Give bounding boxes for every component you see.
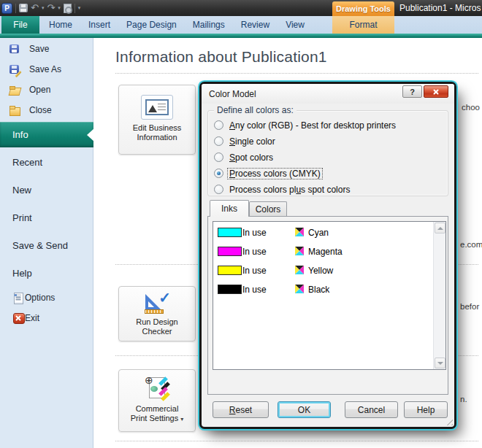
sidebar-item-close[interactable]: Close bbox=[0, 103, 93, 117]
ink-name: Cyan bbox=[308, 228, 329, 238]
ink-row-yellow[interactable]: In useYellow bbox=[213, 266, 432, 276]
groupbox-label: Define all colors as: bbox=[214, 105, 297, 115]
dialog-tab-colors[interactable]: Colors bbox=[249, 201, 287, 216]
tab-file[interactable]: File bbox=[1, 16, 39, 34]
process-color-icon bbox=[295, 285, 304, 293]
tab-view[interactable]: View bbox=[278, 16, 313, 34]
ink-status: In use bbox=[242, 247, 267, 257]
sidebar-item-new[interactable]: New bbox=[0, 182, 93, 197]
radio-label: Single color bbox=[228, 136, 277, 147]
sidebar-item-print[interactable]: Print bbox=[0, 210, 93, 225]
sidebar-item-label: Save & Send bbox=[12, 240, 68, 251]
radio-button-icon bbox=[214, 136, 223, 146]
business-card-icon bbox=[141, 95, 173, 120]
ink-name: Magenta bbox=[308, 247, 343, 257]
clipped-text-fragment: befor bbox=[460, 302, 479, 311]
sidebar-item-save-send[interactable]: Save & Send bbox=[0, 238, 93, 252]
sidebar-item-label: New bbox=[12, 185, 31, 196]
process-color-icon bbox=[295, 228, 304, 236]
tab-insert[interactable]: Insert bbox=[80, 16, 118, 34]
sidebar-item-options[interactable]: Options bbox=[0, 290, 93, 305]
ribbon-tab-row: File HomeInsertPage DesignMailingsReview… bbox=[0, 16, 482, 34]
redo-icon[interactable]: ↷ bbox=[47, 2, 55, 14]
inks-listbox[interactable]: In useCyanIn useMagentaIn useYellowIn us… bbox=[213, 221, 446, 370]
ink-swatch bbox=[218, 228, 242, 237]
define-colors-groupbox: Define all colors as: Any color (RGB) - … bbox=[207, 110, 448, 196]
x-icon bbox=[13, 312, 23, 323]
ink-swatch bbox=[218, 285, 242, 294]
tile-label: Run Design Checker bbox=[136, 317, 177, 341]
listbox-scrollbar bbox=[433, 222, 445, 369]
ink-row-magenta[interactable]: In useMagenta bbox=[213, 247, 432, 257]
radio-process-colors-cmyk[interactable]: Process colors (CMYK) bbox=[214, 169, 397, 178]
close-icon bbox=[432, 88, 440, 96]
tab-page-design[interactable]: Page Design bbox=[118, 16, 185, 34]
sidebar-item-help[interactable]: Help bbox=[0, 266, 93, 280]
page-title: Information about Publication1 bbox=[115, 48, 327, 66]
tile-label: Commercial Print Settings ▾ bbox=[131, 404, 184, 428]
scroll-up-button[interactable] bbox=[435, 223, 445, 233]
sidebar-item-info[interactable]: Info bbox=[0, 122, 93, 147]
window-titlebar[interactable]: P ↶ ▾ ↷ ▾ ▾ Drawing Tools Publication1 -… bbox=[0, 0, 482, 16]
radio-spot-colors[interactable]: Spot colors bbox=[214, 152, 397, 162]
qat-separator bbox=[15, 4, 16, 13]
ribbon-tabs: HomeInsertPage DesignMailingsReviewView bbox=[41, 16, 313, 34]
design-checker-icon: ✓ bbox=[143, 292, 171, 314]
selected-item-arrow-icon bbox=[87, 128, 94, 142]
radio-label: Any color (RGB) - Best for desktop print… bbox=[228, 120, 397, 131]
process-color-icon bbox=[295, 266, 304, 274]
tab-mailings[interactable]: Mailings bbox=[185, 16, 233, 34]
scroll-down-button[interactable] bbox=[435, 358, 445, 368]
undo-icon[interactable]: ↶ bbox=[31, 2, 39, 14]
sidebar-item-label: Recent bbox=[12, 157, 42, 168]
commercial-print-icon: ⊕ bbox=[145, 376, 169, 401]
tile-label: Edit Business Information bbox=[133, 123, 182, 147]
sidebar-item-label: Info bbox=[12, 129, 28, 140]
clipped-text-fragment: choo bbox=[462, 103, 480, 112]
sidebar-item-save-as[interactable]: Save As bbox=[0, 62, 93, 77]
sidebar-item-recent[interactable]: Recent bbox=[0, 155, 93, 169]
section-separator bbox=[115, 441, 478, 441]
help-button[interactable]: Help bbox=[404, 401, 448, 418]
print-preview-icon[interactable] bbox=[64, 4, 72, 13]
ink-status: In use bbox=[242, 285, 267, 295]
tab-home[interactable]: Home bbox=[41, 16, 80, 34]
ok-button[interactable]: OK bbox=[278, 401, 331, 418]
sidebar-item-label: Help bbox=[12, 268, 32, 279]
dialog-tab-inks[interactable]: Inks bbox=[210, 200, 249, 217]
radio-single-color[interactable]: Single color bbox=[214, 136, 397, 146]
sidebar-item-label: Save bbox=[29, 44, 49, 54]
reset-button[interactable]: Reset bbox=[213, 401, 269, 418]
publisher-logo-icon[interactable]: P bbox=[1, 3, 12, 14]
radio-process-colors-plus-spot-colors[interactable]: Process colors plus spot colors bbox=[214, 185, 397, 194]
customize-qat-icon[interactable]: ▾ bbox=[78, 5, 81, 11]
pencil-icon bbox=[15, 71, 21, 77]
edit-business-information-button[interactable]: Edit Business Information bbox=[118, 85, 196, 155]
radio-button-icon bbox=[214, 152, 223, 162]
dialog-help-button[interactable]: ? bbox=[402, 85, 422, 98]
ink-name: Yellow bbox=[308, 266, 333, 276]
sidebar-item-save[interactable]: Save bbox=[0, 42, 93, 56]
process-color-icon bbox=[295, 247, 304, 255]
cancel-button[interactable]: Cancel bbox=[345, 401, 398, 418]
qat-separator bbox=[74, 4, 75, 13]
exit-icon bbox=[12, 312, 24, 324]
commercial-print-settings-button[interactable]: ⊕ Commercial Print Settings ▾ bbox=[118, 369, 196, 432]
dialog-titlebar[interactable]: Color Model ? bbox=[202, 84, 454, 104]
close-folder-icon bbox=[9, 104, 20, 116]
ink-swatch bbox=[218, 266, 242, 275]
run-design-checker-button[interactable]: ✓ Run Design Checker bbox=[118, 286, 196, 341]
ink-row-cyan[interactable]: In useCyan bbox=[213, 228, 432, 238]
tab-review[interactable]: Review bbox=[233, 16, 278, 34]
redo-dropdown-icon[interactable]: ▾ bbox=[58, 5, 61, 11]
radio-any-color-rgb-best-for-desktop-printers[interactable]: Any color (RGB) - Best for desktop print… bbox=[214, 120, 397, 130]
dialog-close-button[interactable] bbox=[424, 85, 448, 98]
undo-dropdown-icon[interactable]: ▾ bbox=[42, 5, 45, 11]
sidebar-item-exit[interactable]: Exit bbox=[0, 311, 93, 325]
sidebar-item-open[interactable]: Open bbox=[0, 82, 93, 97]
tab-format[interactable]: Format bbox=[332, 16, 394, 34]
ink-row-black[interactable]: In useBlack bbox=[213, 285, 432, 295]
radio-button-icon bbox=[214, 120, 223, 130]
radio-label: Process colors (CMYK) bbox=[228, 169, 322, 179]
save-icon[interactable] bbox=[19, 4, 28, 12]
